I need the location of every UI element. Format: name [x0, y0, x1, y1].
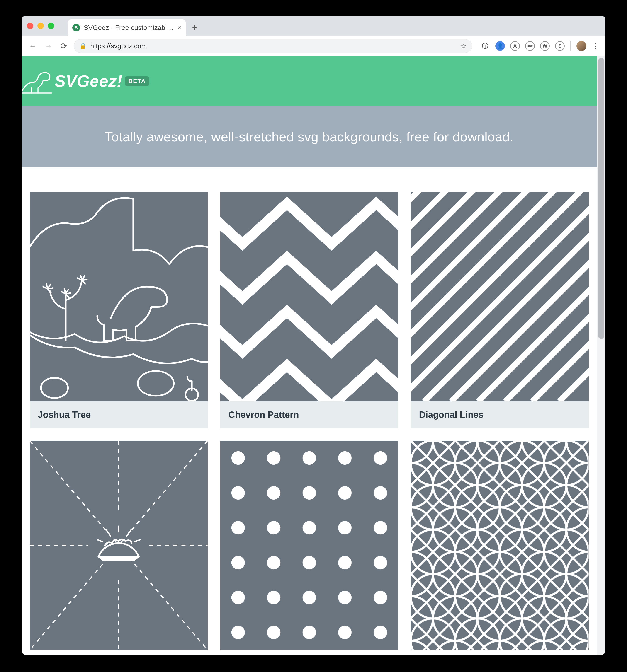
- browser-toolbar: ← → ⟳ 🔒 https://svgeez.com ☆ ⓘ 👤 A css W…: [22, 36, 605, 56]
- pattern-card-footer: Diagonal Lines: [411, 402, 589, 428]
- forward-button[interactable]: →: [43, 41, 54, 51]
- tagline-banner: Totally awesome, well-stretched svg back…: [22, 106, 597, 167]
- site-header: SVGeez! BETA: [22, 56, 597, 106]
- new-tab-button[interactable]: +: [188, 21, 202, 34]
- pattern-card[interactable]: [411, 441, 589, 650]
- browser-window: S SVGeez - Free customizable S × + ← → ⟳…: [22, 16, 605, 655]
- tab-title: SVGeez - Free customizable S: [84, 24, 174, 31]
- lock-icon: 🔒: [79, 42, 87, 49]
- pattern-preview-joshua-tree: [30, 192, 208, 402]
- pattern-preview-diagonal-lines: [411, 192, 589, 402]
- svg-rect-43: [411, 441, 589, 650]
- pattern-card-footer: Chevron Pattern: [220, 402, 398, 428]
- extension-info-icon[interactable]: ⓘ: [480, 41, 490, 51]
- page-viewport: SVGeez! BETA Totally awesome, well-stret…: [22, 56, 597, 655]
- tab-strip: S SVGeez - Free customizable S × +: [22, 16, 605, 36]
- vertical-scrollbar[interactable]: [597, 56, 605, 655]
- extension-w-icon[interactable]: W: [540, 41, 550, 51]
- brand-text: SVGeez!: [55, 72, 122, 90]
- svg-rect-34: [220, 441, 398, 650]
- scrollbar-thumb[interactable]: [598, 58, 604, 339]
- address-bar[interactable]: 🔒 https://svgeez.com ☆: [74, 39, 472, 53]
- pattern-title: Chevron Pattern: [229, 410, 390, 420]
- reload-button[interactable]: ⟳: [58, 41, 69, 51]
- extension-s-icon[interactable]: S: [555, 41, 565, 51]
- window-close-button[interactable]: [27, 23, 33, 29]
- profile-avatar[interactable]: [577, 41, 586, 51]
- pattern-card[interactable]: Chevron Pattern: [220, 192, 398, 428]
- tab-favicon-icon: S: [72, 24, 80, 31]
- pattern-card[interactable]: Diagonal Lines: [411, 192, 589, 428]
- browser-menu-button[interactable]: ⋮: [592, 42, 600, 50]
- browser-tab[interactable]: S SVGeez - Free customizable S ×: [68, 20, 186, 36]
- extension-css-icon[interactable]: css: [525, 41, 535, 51]
- window-zoom-button[interactable]: [48, 23, 54, 29]
- pattern-card[interactable]: [30, 441, 208, 650]
- pattern-preview-polka-dots: [220, 441, 398, 650]
- extension-person-icon[interactable]: 👤: [495, 41, 505, 51]
- dinosaur-logo-icon: [22, 64, 53, 98]
- pattern-title: Diagonal Lines: [419, 410, 581, 420]
- site-brand[interactable]: SVGeez! BETA: [55, 72, 149, 90]
- window-minimize-button[interactable]: [38, 23, 44, 29]
- back-button[interactable]: ←: [27, 41, 38, 51]
- pattern-title: Joshua Tree: [38, 410, 200, 420]
- pattern-card-footer: Joshua Tree: [30, 402, 208, 428]
- pattern-preview-taco: [30, 441, 208, 650]
- beta-badge: BETA: [125, 76, 149, 86]
- tagline-text: Totally awesome, well-stretched svg back…: [105, 129, 513, 144]
- pattern-card[interactable]: Joshua Tree: [30, 192, 208, 428]
- pattern-preview-chevron: [220, 192, 398, 402]
- pattern-card[interactable]: [220, 441, 398, 650]
- window-controls: [27, 16, 54, 36]
- tab-close-icon[interactable]: ×: [178, 24, 181, 31]
- toolbar-divider: [570, 42, 571, 50]
- pattern-gallery: Joshua Tree: [22, 167, 597, 650]
- pattern-preview-circles: [411, 441, 589, 650]
- bookmark-star-icon[interactable]: ☆: [460, 42, 466, 50]
- extension-icons: ⓘ 👤 A css W S ⋮: [480, 41, 600, 51]
- url-text: https://svgeez.com: [90, 42, 456, 50]
- extension-a-icon[interactable]: A: [510, 41, 520, 51]
